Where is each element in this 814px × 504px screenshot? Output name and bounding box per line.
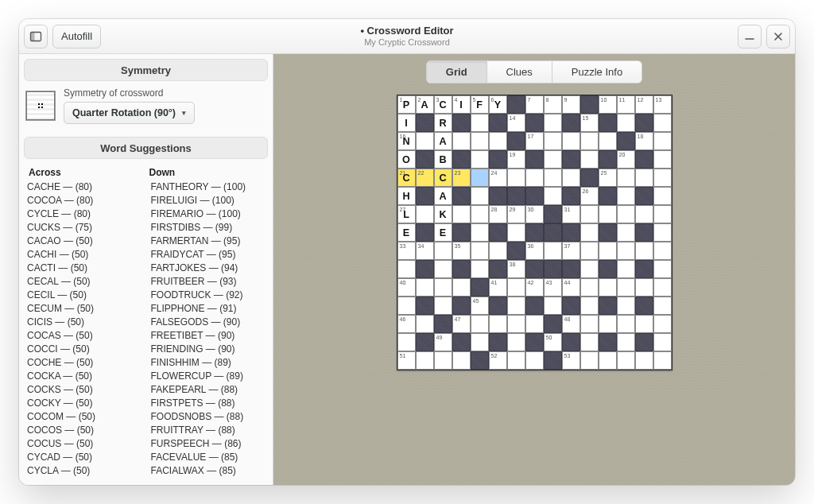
grid-block[interactable]	[416, 260, 434, 278]
grid-cell[interactable]	[617, 223, 635, 242]
grid-cell[interactable]	[471, 150, 489, 169]
grid-cell[interactable]	[416, 278, 434, 297]
grid-block[interactable]	[416, 297, 434, 315]
grid-cell[interactable]	[580, 223, 599, 242]
grid-block[interactable]	[507, 242, 525, 260]
grid-cell[interactable]	[599, 351, 617, 370]
grid-block[interactable]	[416, 223, 434, 242]
grid-scroll[interactable]: 1P2A3C4I5F6Y78910111213IR141516NA1718OB1…	[273, 90, 795, 485]
grid-cell[interactable]	[471, 114, 489, 132]
grid-cell[interactable]: 3C	[434, 95, 452, 114]
grid-cell[interactable]: 27L	[397, 205, 416, 223]
grid-cell[interactable]: A	[434, 132, 452, 150]
grid-block[interactable]	[580, 95, 599, 114]
grid-cell[interactable]	[580, 242, 599, 260]
grid-cell[interactable]	[599, 205, 617, 223]
down-suggestion[interactable]: FACIALWAX — (85)	[149, 463, 267, 477]
grid-block[interactable]	[416, 114, 434, 132]
grid-cell[interactable]	[471, 132, 489, 150]
grid-block[interactable]	[562, 187, 580, 205]
minimize-button[interactable]	[738, 25, 762, 48]
across-suggestion[interactable]: CYCLO — (50)	[25, 477, 143, 479]
grid-cell[interactable]	[617, 278, 635, 297]
across-suggestion[interactable]: COCUS — (50)	[25, 436, 143, 450]
grid-cell[interactable]	[489, 242, 507, 260]
grid-cell[interactable]	[525, 169, 544, 187]
grid-cell[interactable]: 17	[525, 132, 544, 150]
grid-cell[interactable]	[507, 351, 525, 370]
grid-cell[interactable]	[653, 132, 672, 150]
grid-cell[interactable]: I	[397, 114, 416, 132]
down-suggestion[interactable]: FRUITTRAY — (88)	[149, 423, 267, 436]
across-suggestion[interactable]: CICIS — (50)	[25, 315, 143, 328]
grid-cell[interactable]	[544, 132, 562, 150]
grid-block[interactable]: 39	[544, 260, 562, 278]
grid-block[interactable]: 32	[544, 223, 562, 242]
grid-cell[interactable]: 8	[544, 95, 562, 114]
grid-cell[interactable]: 1P	[397, 95, 416, 114]
grid-cell[interactable]: 33	[397, 242, 416, 260]
grid-cell[interactable]: O	[397, 150, 416, 169]
grid-cell[interactable]	[580, 351, 599, 370]
grid-cell[interactable]	[653, 223, 672, 242]
grid-cell[interactable]: 36	[525, 242, 544, 260]
grid-cell[interactable]	[635, 278, 653, 297]
grid-block[interactable]	[489, 297, 507, 315]
grid-block[interactable]	[471, 351, 489, 370]
grid-block[interactable]	[635, 150, 653, 169]
grid-cell[interactable]: 46	[397, 315, 416, 333]
grid-block[interactable]	[452, 150, 471, 169]
symmetry-combo[interactable]: Quarter Rotation (90°) ▾	[64, 102, 195, 124]
grid-cell[interactable]: 40	[397, 278, 416, 297]
across-suggestion[interactable]: CYCLE — (80)	[25, 207, 143, 220]
grid-block[interactable]	[525, 223, 544, 242]
grid-block[interactable]	[452, 260, 471, 278]
grid-cell[interactable]	[599, 315, 617, 333]
grid-cell[interactable]: 52	[489, 351, 507, 370]
grid-cell[interactable]: 15	[580, 114, 599, 132]
grid-cell[interactable]	[562, 169, 580, 187]
grid-cell[interactable]	[599, 132, 617, 150]
across-suggestion[interactable]: COCAS — (50)	[25, 328, 143, 342]
grid-cell[interactable]	[599, 278, 617, 297]
grid-cell[interactable]: 48	[562, 315, 580, 333]
grid-cell[interactable]: 24	[489, 169, 507, 187]
grid-cell[interactable]	[653, 150, 672, 169]
grid-block[interactable]	[416, 333, 434, 351]
grid-cell[interactable]: 41	[489, 278, 507, 297]
grid-cell[interactable]	[544, 150, 562, 169]
grid-cell[interactable]	[617, 260, 635, 278]
grid-cell[interactable]: 37	[562, 242, 580, 260]
grid-cell[interactable]	[580, 132, 599, 150]
grid-cell[interactable]	[525, 315, 544, 333]
grid-block[interactable]	[489, 333, 507, 351]
across-suggestion[interactable]: CECIL — (50)	[25, 288, 143, 301]
grid-cell[interactable]: 19	[507, 150, 525, 169]
grid-cell[interactable]	[635, 315, 653, 333]
down-suggestion[interactable]: FLOWERCUP — (89)	[149, 369, 267, 382]
grid-cell[interactable]	[653, 205, 672, 223]
grid-block[interactable]	[562, 297, 580, 315]
grid-cell[interactable]: C	[434, 169, 452, 187]
grid-cell[interactable]: B	[434, 150, 452, 169]
grid-block[interactable]	[544, 351, 562, 370]
grid-block[interactable]	[544, 205, 562, 223]
crossword-grid[interactable]: 1P2A3C4I5F6Y78910111213IR141516NA1718OB1…	[397, 95, 673, 370]
grid-cell[interactable]	[653, 278, 672, 297]
grid-cell[interactable]	[507, 315, 525, 333]
down-suggestion[interactable]: FIRSTPETS — (88)	[149, 396, 267, 409]
down-suggestion[interactable]: FACEVALUE — (85)	[149, 450, 267, 463]
grid-cell[interactable]	[617, 205, 635, 223]
grid-cell[interactable]: K	[434, 205, 452, 223]
grid-block[interactable]	[635, 260, 653, 278]
grid-block[interactable]	[562, 223, 580, 242]
grid-cell[interactable]	[471, 260, 489, 278]
grid-cell[interactable]: 47	[452, 315, 471, 333]
grid-cell[interactable]	[452, 278, 471, 297]
grid-cell[interactable]	[471, 169, 489, 187]
grid-block[interactable]	[416, 187, 434, 205]
grid-block[interactable]	[617, 132, 635, 150]
grid-cell[interactable]	[580, 150, 599, 169]
grid-block[interactable]	[507, 187, 525, 205]
grid-cell[interactable]	[416, 351, 434, 370]
